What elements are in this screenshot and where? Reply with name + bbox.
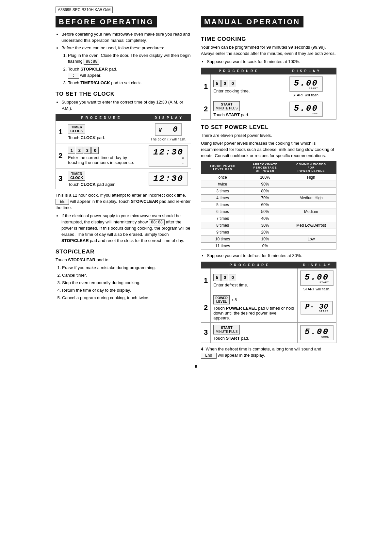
defrost-display-2: P- 30START xyxy=(301,301,333,315)
power-row-0: once100%High xyxy=(201,174,336,181)
power-row-1: twice90% xyxy=(201,181,336,187)
power-row-4: 5 times60% xyxy=(201,201,336,208)
power-touch-5: 6 times xyxy=(201,208,244,215)
power-word-3: Medium High xyxy=(286,194,336,201)
model-number: A38695 SEC B310H K/W O/M xyxy=(56,7,113,13)
procedures-list: Plug in the oven. Close the door. The ov… xyxy=(61,53,191,86)
clock-proc-2: 1 2 3 0 Enter the correct time of day by… xyxy=(65,143,146,169)
defrost-step-1: 1 5 0 0 Enter defrost time. 5.00START ST… xyxy=(201,268,336,293)
time-display-2: 5.00COOK xyxy=(289,102,323,117)
clock-step-2: 2 1 2 3 0 Enter the correct time of day … xyxy=(56,143,191,169)
power-percent-3: 70% xyxy=(244,194,286,201)
stop-4: Return the time of day to the display. xyxy=(62,287,191,294)
power-touch-8: 9 times xyxy=(201,229,244,235)
stop-title: STOP/CLEAR xyxy=(56,249,191,255)
power-word-0: High xyxy=(286,174,336,181)
defrost-disp-1: 5.00START START will flash. xyxy=(297,268,336,293)
power-word-7: Med Low/Defrost xyxy=(286,222,336,229)
power-word-4 xyxy=(286,201,336,208)
defrost-step-num-3: 3 xyxy=(201,322,211,343)
power-row-2: 3 times80% xyxy=(201,187,336,194)
intro-list: Before operating your new microwave oven… xyxy=(56,31,191,86)
time-proc-header: P R O C E D U R E xyxy=(201,68,276,74)
time-disp-2: 5.00COOK xyxy=(276,99,336,119)
power-word-2 xyxy=(286,187,336,194)
power-percent-6: 40% xyxy=(244,215,286,222)
time-display-1: 5.00START xyxy=(289,76,323,92)
defrost-nums-1: 5 0 0 xyxy=(213,274,236,281)
proc-3: Touch TIMER/CLOCK pad to set clock. xyxy=(68,80,191,86)
intro-item-1: Before operating your new microwave oven… xyxy=(61,31,191,44)
left-column: BEFORE OPERATING Before operating your n… xyxy=(56,16,191,361)
power-word-10 xyxy=(286,242,336,249)
power-header-touch: TOUCH POWERLEVEL PAD xyxy=(201,161,244,174)
power-percent-2: 80% xyxy=(244,187,286,194)
defrost-display-3: 5.00COOK xyxy=(300,325,334,340)
defrost-proc-2: POWERLEVEL x 8 Touch POWER LEVEL pad 8 t… xyxy=(211,293,297,322)
clock-intro-list: Suppose you want to enter the correct ti… xyxy=(56,99,191,112)
power-percent-4: 60% xyxy=(244,201,286,208)
power-row-9: 10 times10%Low xyxy=(201,235,336,242)
defrost-procedure-table: P R O C E D U R E D I S P L A Y 1 5 0 0 … xyxy=(201,262,336,343)
stop-list: Erase if you make a mistake during progr… xyxy=(56,265,191,301)
power-touch-1: twice xyxy=(201,181,244,187)
stop-5: Cancel a program during cooking, touch t… xyxy=(62,295,191,301)
num-3: 3 xyxy=(84,147,91,154)
stop-3: Stop the oven temporarily during cooking… xyxy=(62,280,191,286)
clock-display-1: W 0 xyxy=(155,123,182,136)
time-proc-1: 5 0 0 Enter cooking time. xyxy=(211,74,276,99)
clock-step-3: 3 TIMERCLOCK Touch CLOCK pad again. 12:3… xyxy=(56,169,191,189)
power-word-8 xyxy=(286,229,336,235)
proc-1: Plug in the oven. Close the door. The ov… xyxy=(68,53,191,65)
end-display: End xyxy=(201,353,217,359)
clock-procedure-table: P R O C E D U R E D I S P L A Y 1 TIMERC… xyxy=(56,114,191,189)
time-disp-header: D I S P L A Y xyxy=(276,68,336,74)
power-touch-7: 8 times xyxy=(201,222,244,229)
step-num-2: 2 xyxy=(56,143,65,169)
defrost-step-num-2: 2 xyxy=(201,293,211,322)
power-row-10: 11 times0% xyxy=(201,242,336,249)
num-2: 2 xyxy=(76,147,83,154)
defrost-disp-header: D I S P L A Y xyxy=(297,262,336,268)
clock-disp-2: 12:30W∧ xyxy=(146,143,191,169)
power-touch-10: 11 times xyxy=(201,242,244,249)
power-word-6 xyxy=(286,215,336,222)
power-word-1 xyxy=(286,181,336,187)
clock-intro: Suppose you want to enter the correct ti… xyxy=(61,99,191,112)
power-header-percent: APPROXIMATEPERCENTAGEOF POWER xyxy=(244,161,286,174)
power-row-5: 6 times50%Medium xyxy=(201,208,336,215)
power-percent-1: 90% xyxy=(244,181,286,187)
num-boxes-2: 1 2 3 0 xyxy=(68,147,99,154)
clock-display-3: 12:30 xyxy=(149,172,188,186)
before-operating-title: BEFORE OPERATING xyxy=(56,16,157,27)
clock-display-2: 12:30W∧ xyxy=(149,145,188,167)
step-num-1: 1 xyxy=(56,121,65,143)
time-intro: Your oven can be programmed for 99 minut… xyxy=(201,44,336,57)
power-intro1: There are eleven preset power levels. xyxy=(201,133,336,139)
power-row-8: 9 times20% xyxy=(201,229,336,235)
time-bullet-list: Suppose you want to cook for 5 minutes a… xyxy=(201,59,336,65)
power-row-7: 8 times30%Med Low/Defrost xyxy=(201,222,336,229)
time-bullet: Suppose you want to cook for 5 minutes a… xyxy=(207,59,336,65)
clock-disp-1: W 0 The colon (:) will flash. xyxy=(146,121,191,143)
defrost-step-2: 2 POWERLEVEL x 8 Touch POWER LEVEL pad 8… xyxy=(201,293,336,322)
defrost-disp-2: P- 30START xyxy=(297,293,336,322)
page-number: 9 xyxy=(56,364,336,369)
time-proc-2: STARTMINUTE PLUS Touch START pad. xyxy=(211,99,276,119)
power-percent-10: 0% xyxy=(244,242,286,249)
time-disp-1: 5.00START START will flash. xyxy=(276,74,336,99)
defrost-step-num-1: 1 xyxy=(201,268,211,293)
power-touch-6: 7 times xyxy=(201,215,244,222)
flash-display: 88:88 xyxy=(84,59,99,65)
power-word-9: Low xyxy=(286,235,336,242)
power-title: TO SET POWER LEVEL xyxy=(201,124,336,131)
num-1: 1 xyxy=(68,147,75,154)
clock-note2: If the electrical power supply to your m… xyxy=(61,213,191,244)
defrost-note-4: 4 When the defrost time is complete, a l… xyxy=(201,346,336,359)
time-cooking-title: TIME COOKING xyxy=(201,36,336,42)
defrost-proc-1: 5 0 0 Enter defrost time. xyxy=(211,268,297,293)
power-level-table: TOUCH POWERLEVEL PAD APPROXIMATEPERCENTA… xyxy=(201,161,336,250)
power-word-5: Medium xyxy=(286,208,336,215)
power-touch-2: 3 times xyxy=(201,187,244,194)
power-intro2: Using lower power levels increases the c… xyxy=(201,140,336,159)
